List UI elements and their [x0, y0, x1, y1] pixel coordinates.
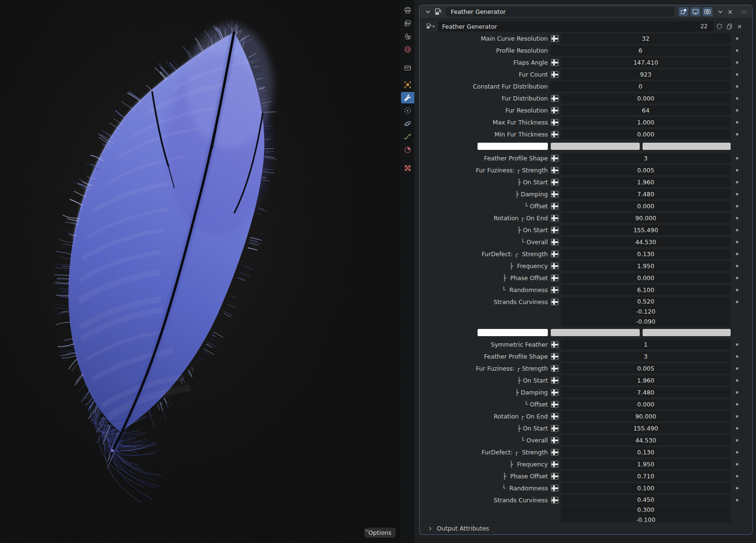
input-attribute-toggle-button[interactable] — [551, 202, 559, 210]
properties-tab-material[interactable] — [401, 144, 414, 156]
modifier-name-field[interactable]: Feather Generator — [446, 7, 674, 17]
property-value-field[interactable]: 147.410 — [561, 57, 731, 68]
decorator-dot[interactable] — [736, 109, 738, 112]
input-attribute-toggle-button[interactable] — [551, 400, 559, 408]
property-value-field[interactable]: 0.450 — [561, 495, 731, 505]
property-value-field[interactable]: 0.710 — [561, 471, 731, 481]
input-attribute-toggle-button[interactable] — [551, 130, 559, 138]
property-value-field[interactable]: 1.960 — [561, 177, 731, 187]
input-attribute-toggle-button[interactable] — [551, 388, 559, 396]
property-value-field[interactable]: 1.960 — [561, 375, 731, 385]
property-value-field[interactable]: 923 — [561, 69, 731, 79]
decorator-dot[interactable] — [736, 367, 738, 370]
decorator-dot[interactable] — [736, 277, 738, 279]
input-attribute-toggle-button[interactable] — [551, 190, 559, 198]
decorator-dot[interactable] — [736, 343, 738, 346]
property-value-field[interactable]: 0.000 — [561, 273, 731, 283]
property-value-field[interactable]: 155.490 — [561, 423, 731, 433]
property-value-field[interactable]: 3 — [561, 351, 731, 362]
decorator-dot[interactable] — [736, 289, 738, 291]
properties-tab-particles[interactable] — [401, 105, 414, 116]
property-value-field[interactable]: 90.000 — [561, 411, 731, 421]
render-display-toggle[interactable] — [702, 7, 712, 16]
property-value-field[interactable]: 1.950 — [561, 459, 731, 469]
input-attribute-toggle-button[interactable] — [551, 340, 559, 349]
input-attribute-toggle-button[interactable] — [551, 226, 559, 234]
modifier-drag-handle[interactable] — [740, 8, 748, 16]
decorator-dot[interactable] — [736, 217, 738, 219]
decorator-dot[interactable] — [736, 415, 738, 418]
properties-tab-collection[interactable] — [401, 62, 414, 74]
input-attribute-toggle-button[interactable] — [551, 472, 559, 480]
decorator-dot[interactable] — [736, 379, 738, 382]
node-group-name[interactable]: Feather Generator — [438, 23, 695, 30]
property-value-field[interactable]: -0.090 — [561, 317, 731, 327]
input-attribute-toggle-button[interactable] — [551, 250, 559, 258]
property-value-field[interactable]: 90.000 — [561, 213, 731, 223]
input-attribute-toggle-button[interactable] — [551, 106, 559, 114]
input-attribute-toggle-button[interactable] — [551, 448, 559, 456]
decorator-dot[interactable] — [736, 205, 738, 207]
decorator-dot[interactable] — [736, 265, 738, 267]
input-attribute-toggle-button[interactable] — [551, 460, 559, 468]
input-attribute-toggle-button[interactable] — [551, 94, 559, 102]
property-value-field[interactable]: 0.000 — [561, 399, 731, 409]
property-value-field[interactable]: 44.530 — [561, 237, 731, 247]
fake-user-shield-button[interactable] — [715, 22, 723, 31]
property-value-field[interactable]: -0.120 — [561, 306, 731, 317]
properties-tab-modifiers[interactable] — [401, 92, 414, 103]
modifier-delete-button[interactable] — [726, 8, 734, 16]
input-attribute-toggle-button[interactable] — [551, 262, 559, 270]
input-attribute-toggle-button[interactable] — [551, 412, 559, 420]
properties-tab-view-layer[interactable] — [401, 18, 414, 29]
property-value-field[interactable]: 0.005 — [561, 363, 731, 373]
input-attribute-toggle-button[interactable] — [551, 484, 559, 492]
decorator-dot[interactable] — [736, 121, 738, 124]
input-attribute-toggle-button[interactable] — [551, 154, 559, 162]
property-value-field[interactable]: 1.950 — [561, 261, 731, 271]
decorator-dot[interactable] — [736, 133, 738, 136]
decorator-dot[interactable] — [736, 193, 738, 195]
property-value-field[interactable]: 64 — [561, 105, 731, 115]
property-value-field[interactable]: 6.100 — [561, 285, 731, 295]
property-value-field[interactable]: 44.530 — [561, 435, 731, 445]
property-value-field[interactable]: -0.100 — [561, 515, 731, 522]
color-swatch[interactable] — [643, 329, 731, 336]
color-swatch[interactable] — [643, 143, 731, 150]
node-group-browse-button[interactable] — [423, 21, 438, 32]
property-value-field[interactable]: 7.480 — [561, 189, 731, 199]
color-swatch[interactable] — [551, 329, 640, 336]
decorator-dot[interactable] — [736, 229, 738, 231]
input-attribute-toggle-button[interactable] — [551, 424, 559, 432]
input-attribute-toggle-button[interactable] — [551, 178, 559, 186]
duplicate-datablock-button[interactable] — [725, 22, 734, 31]
decorator-dot[interactable] — [736, 403, 738, 406]
node-group-users-count[interactable]: 22 — [695, 23, 713, 30]
input-attribute-toggle-button[interactable] — [551, 286, 559, 294]
decorator-dot[interactable] — [736, 487, 738, 489]
edit-mode-display-toggle[interactable] — [678, 7, 689, 16]
unlink-datablock-button[interactable] — [735, 22, 744, 31]
property-value-field[interactable]: 0.000 — [561, 93, 731, 103]
input-attribute-toggle-button[interactable] — [551, 364, 559, 373]
property-value-field[interactable]: 0.100 — [561, 483, 731, 493]
input-attribute-toggle-button[interactable] — [551, 352, 559, 361]
property-value-field[interactable]: 0.005 — [561, 165, 731, 175]
input-attribute-toggle-button[interactable] — [551, 58, 559, 67]
realtime-display-toggle[interactable] — [690, 7, 700, 16]
input-attribute-toggle-button[interactable] — [551, 118, 559, 126]
viewport-options-button[interactable]: Options — [364, 528, 396, 538]
decorator-dot[interactable] — [736, 181, 738, 183]
color-swatch[interactable] — [478, 143, 548, 150]
decorator-dot[interactable] — [736, 499, 738, 501]
property-value-field[interactable]: 0.000 — [561, 129, 731, 139]
modifier-extras-dropdown[interactable] — [716, 8, 724, 16]
input-attribute-toggle-button[interactable] — [551, 70, 559, 79]
input-attribute-toggle-button[interactable] — [551, 298, 559, 306]
decorator-dot[interactable] — [736, 37, 738, 40]
properties-tab-output[interactable] — [401, 5, 414, 16]
property-value-field[interactable]: 155.490 — [561, 225, 731, 235]
decorator-dot[interactable] — [736, 301, 738, 303]
input-attribute-toggle-button[interactable] — [551, 436, 559, 444]
properties-tab-physics[interactable] — [401, 118, 414, 129]
